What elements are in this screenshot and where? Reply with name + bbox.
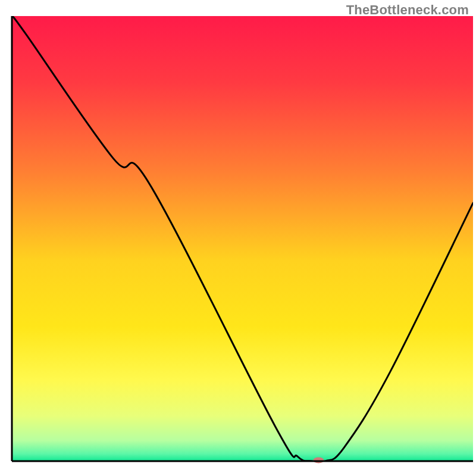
bottleneck-chart xyxy=(0,0,476,476)
chart-container: TheBottleneck.com xyxy=(0,0,476,476)
attribution-text: TheBottleneck.com xyxy=(346,2,469,18)
gradient-background xyxy=(12,16,473,461)
